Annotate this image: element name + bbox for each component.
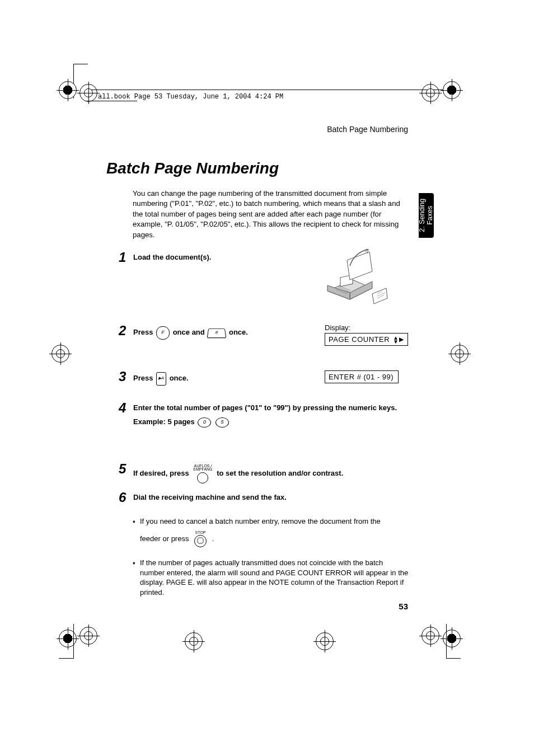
- function-key-icon: F: [156, 326, 170, 340]
- step-number: 3: [119, 369, 126, 384]
- registration-mark-icon: [443, 81, 461, 99]
- chapter-tab: 2. Sending Faxes: [419, 193, 434, 238]
- step-number: 6: [119, 490, 126, 505]
- step-4-example-label: Example: 5 pages: [133, 417, 195, 426]
- registration-mark-icon: [51, 345, 69, 363]
- registration-mark-icon: [59, 630, 77, 647]
- lcd-display: PAGE COUNTER ▲▼ ▶: [325, 333, 408, 346]
- updown-arrow-icon: ▲▼: [393, 336, 399, 344]
- chapter-tab-line2: Faxes: [426, 206, 434, 225]
- right-arrow-icon: ▶: [399, 336, 404, 343]
- step-number: 4: [119, 400, 126, 416]
- note-bullet: If the number of pages actually transmit…: [140, 558, 409, 597]
- step-6-text: Dial the receiving machine and send the …: [133, 493, 406, 501]
- chapter-tab-line1: 2. Sending: [418, 199, 426, 232]
- svg-marker-5: [198, 538, 203, 543]
- step-number: 2: [119, 323, 126, 339]
- step-1-text: Load the document(s).: [133, 253, 406, 261]
- step-number: 5: [119, 461, 126, 477]
- registration-mark-icon: [79, 84, 97, 102]
- display-label: Display:: [325, 323, 408, 332]
- step-4-text: Enter the total number of pages ("01" to…: [133, 403, 397, 412]
- registration-mark-icon: [421, 627, 439, 645]
- step-number: 1: [119, 250, 126, 265]
- hash-key-icon: #: [207, 328, 227, 338]
- note-bullet: If you need to cancel a batch number ent…: [140, 516, 409, 547]
- page-number: 53: [399, 602, 408, 611]
- step-5-text: If desired, press AUFLÖS./ EMPFANG to se…: [133, 464, 406, 483]
- stop-key-icon: [194, 535, 207, 547]
- registration-mark-icon: [316, 632, 334, 650]
- lcd-display: ENTER # (01 - 99): [325, 370, 399, 383]
- resolution-key-icon: [197, 472, 208, 483]
- section-intro: You can change the page numbering of the…: [133, 189, 407, 240]
- registration-mark-icon: [59, 81, 77, 99]
- registration-mark-icon: [185, 632, 203, 650]
- running-header: Batch Page Numbering: [327, 125, 408, 134]
- section-title: Batch Page Numbering: [106, 159, 279, 177]
- book-meta-line: all.book Page 53 Tuesday, June 1, 2004 4…: [98, 93, 283, 101]
- registration-mark-icon: [421, 84, 439, 102]
- speaker-key-icon: ▶A: [156, 372, 166, 386]
- digit-5-key-icon: 5: [216, 417, 229, 428]
- registration-mark-icon: [443, 630, 461, 647]
- registration-mark-icon: [79, 627, 97, 645]
- digit-0-key-icon: 0: [198, 417, 211, 428]
- registration-mark-icon: [451, 345, 469, 363]
